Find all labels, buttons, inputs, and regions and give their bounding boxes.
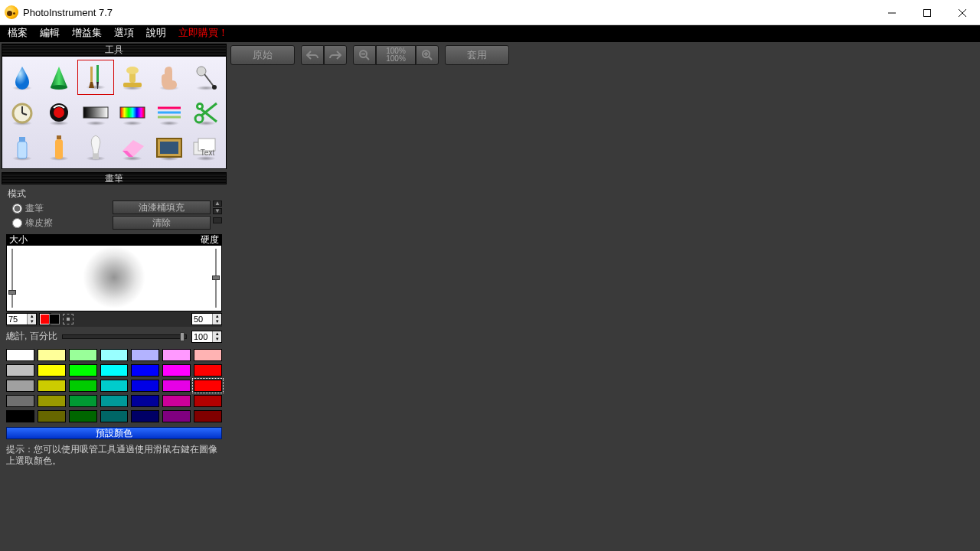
color-swatch[interactable]: [69, 380, 97, 392]
tool-drop[interactable]: [4, 60, 41, 95]
close-button[interactable]: [945, 0, 980, 25]
color-swatch[interactable]: [100, 410, 129, 422]
color-swatch[interactable]: [131, 364, 159, 377]
zoom-out-button[interactable]: [353, 45, 376, 65]
tool-eraser[interactable]: [114, 130, 151, 165]
canvas-area: 原始 100%100% 套用: [228, 42, 980, 549]
hardness-spin-down[interactable]: ▾: [212, 319, 221, 324]
tool-layers-text[interactable]: Text: [188, 130, 224, 165]
hardness-input[interactable]: ▴▾: [191, 313, 222, 325]
color-swatch[interactable]: [38, 395, 66, 407]
tool-scissors[interactable]: [188, 95, 224, 130]
color-swatch[interactable]: [162, 380, 191, 392]
fill-button[interactable]: 油漆桶填充: [113, 201, 211, 214]
clear-button[interactable]: 清除: [113, 216, 211, 230]
window-controls: [874, 0, 980, 25]
transparent-swatch[interactable]: [63, 314, 74, 324]
hardness-slider[interactable]: [211, 246, 221, 311]
color-swatch[interactable]: [38, 349, 66, 361]
maximize-button[interactable]: [910, 0, 945, 25]
color-swatch[interactable]: [38, 410, 66, 422]
tool-finger[interactable]: [151, 60, 188, 95]
mode-down-button[interactable]: ▼: [213, 208, 222, 214]
svg-rect-7: [123, 83, 142, 87]
color-swatch[interactable]: [100, 380, 129, 392]
color-swatch[interactable]: [194, 395, 222, 407]
tool-clock[interactable]: [4, 95, 41, 130]
color-swatch[interactable]: [131, 380, 159, 392]
tool-bottle[interactable]: [41, 130, 77, 165]
color-swatch[interactable]: [100, 349, 129, 361]
color-swatch[interactable]: [100, 395, 129, 407]
menu-file[interactable]: 檔案: [2, 25, 34, 41]
size-label: 大小: [9, 233, 28, 246]
svg-line-36: [366, 57, 369, 60]
color-swatch[interactable]: [69, 410, 97, 422]
apply-button[interactable]: 套用: [445, 45, 509, 65]
undo-button[interactable]: [301, 45, 324, 65]
opacity-input[interactable]: ▴▾: [191, 331, 222, 343]
tool-tube[interactable]: [4, 130, 41, 165]
color-swatch[interactable]: [6, 395, 34, 407]
brush-panel: 畫筆 模式 畫筆 橡皮擦 油漆桶填充 清除 ▲: [2, 172, 227, 471]
size-spin-down[interactable]: ▾: [27, 319, 36, 324]
original-button[interactable]: 原始: [230, 45, 295, 65]
color-swatch[interactable]: [38, 364, 66, 377]
zoom-level[interactable]: 100%100%: [376, 45, 416, 65]
color-swatch[interactable]: [100, 364, 129, 377]
opacity-slider[interactable]: [62, 334, 187, 339]
color-swatch[interactable]: [194, 380, 222, 392]
svg-rect-19: [120, 107, 145, 118]
default-colors-button[interactable]: 預設顏色: [6, 427, 222, 439]
tool-lines[interactable]: [151, 95, 188, 130]
color-swatch[interactable]: [162, 395, 191, 407]
color-swatch[interactable]: [38, 380, 66, 392]
mode-swap-button[interactable]: [213, 217, 222, 223]
tool-gradient[interactable]: [77, 95, 114, 130]
opacity-label: 總計, 百分比: [6, 330, 57, 343]
tool-pin[interactable]: [188, 60, 224, 95]
tool-redeye[interactable]: [41, 95, 77, 130]
tool-brushes[interactable]: [77, 60, 114, 95]
color-swatch[interactable]: [69, 395, 97, 407]
color-swatch[interactable]: [6, 364, 34, 377]
fg-bg-swatches[interactable]: [40, 314, 60, 324]
color-swatch[interactable]: [69, 364, 97, 377]
color-swatch[interactable]: [162, 364, 191, 377]
size-slider[interactable]: [7, 246, 18, 311]
color-swatch[interactable]: [6, 380, 34, 392]
menu-help[interactable]: 說明: [140, 25, 172, 41]
color-swatch[interactable]: [69, 349, 97, 361]
radio-brush[interactable]: 畫筆: [6, 202, 53, 215]
svg-point-12: [212, 85, 217, 90]
color-swatch[interactable]: [162, 349, 191, 361]
color-swatch[interactable]: [194, 410, 222, 422]
color-swatch[interactable]: [194, 364, 222, 377]
color-swatch[interactable]: [131, 395, 159, 407]
redo-button[interactable]: [324, 45, 347, 65]
radio-eraser[interactable]: 橡皮擦: [6, 217, 53, 230]
opacity-spin-down[interactable]: ▾: [212, 337, 221, 342]
color-swatch[interactable]: [194, 349, 222, 361]
svg-rect-6: [96, 65, 99, 82]
hint-text: 提示：您可以使用吸管工具通過使用滑鼠右鍵在圖像上選取顏色。: [2, 442, 227, 471]
color-swatch[interactable]: [6, 349, 34, 361]
tool-frame[interactable]: [151, 130, 188, 165]
menu-plugins[interactable]: 增益集: [66, 25, 108, 41]
tool-bulb[interactable]: [77, 130, 114, 165]
tool-hue[interactable]: [114, 95, 151, 130]
tool-stamp[interactable]: [114, 60, 151, 95]
size-input[interactable]: ▴▾: [6, 313, 37, 325]
menu-options[interactable]: 選項: [108, 25, 140, 41]
menu-buy-now[interactable]: 立即購買！: [172, 25, 234, 41]
color-swatch[interactable]: [162, 410, 191, 422]
zoom-in-button[interactable]: [416, 45, 439, 65]
menu-edit[interactable]: 編輯: [34, 25, 66, 41]
tool-cone[interactable]: [41, 60, 77, 95]
mode-up-button[interactable]: ▲: [213, 201, 222, 207]
color-swatch[interactable]: [131, 349, 159, 361]
color-swatch[interactable]: [131, 410, 159, 422]
hardness-label: 硬度: [201, 233, 219, 246]
color-swatch[interactable]: [6, 410, 34, 422]
minimize-button[interactable]: [874, 0, 910, 25]
